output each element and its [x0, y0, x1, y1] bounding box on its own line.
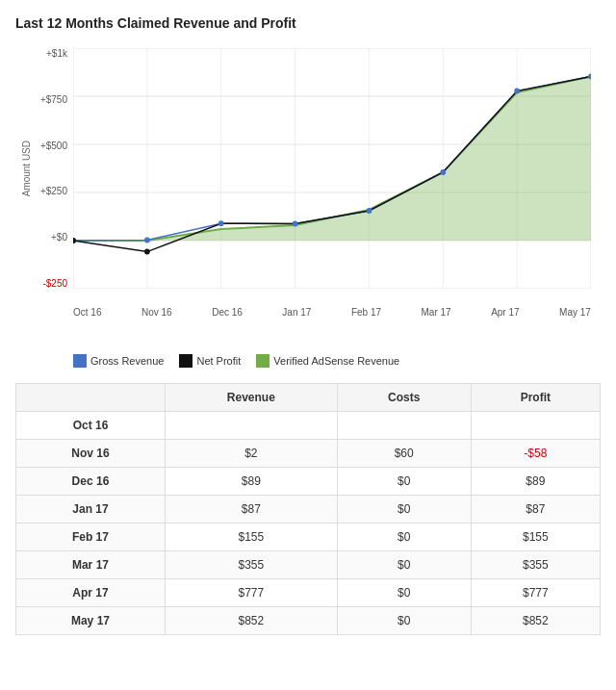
cell-profit: -$58	[471, 440, 600, 468]
table-row: Jan 17$87$0$87	[16, 496, 601, 524]
legend-net-profit: Net Profit	[179, 354, 241, 368]
y-label-1k: +$1k	[46, 48, 67, 59]
cell-month: Dec 16	[16, 468, 166, 496]
x-label-jan17: Jan 17	[282, 307, 311, 318]
cell-month: Apr 17	[16, 579, 166, 607]
cell-revenue: $2	[165, 440, 337, 468]
col-header-month	[16, 384, 166, 412]
cell-profit	[471, 412, 600, 440]
cell-revenue: $89	[165, 468, 337, 496]
svg-point-17	[218, 220, 224, 226]
legend-color-green	[256, 354, 270, 368]
y-label-250: +$250	[40, 186, 67, 196]
x-label-mar17: Mar 17	[422, 307, 451, 318]
col-header-costs: Costs	[337, 384, 471, 412]
y-label-neg250: -$250	[42, 278, 67, 289]
cell-costs: $0	[337, 551, 471, 579]
y-axis-labels: +$1k +$750 +$500 +$250 +$0 -$250	[19, 48, 67, 289]
cell-costs: $60	[337, 440, 471, 468]
table-row: Mar 17$355$0$355	[16, 551, 601, 579]
cell-month: May 17	[16, 607, 166, 635]
table-row: Oct 16	[16, 412, 601, 440]
y-label-500: +$500	[40, 141, 67, 151]
cell-month: Oct 16	[16, 412, 166, 440]
x-label-oct16: Oct 16	[73, 307, 101, 318]
cell-profit: $355	[471, 551, 600, 579]
chart-container: Amount USD +$1k +$750 +$500 +$250 +$0 -$…	[15, 38, 601, 346]
cell-profit: $155	[471, 524, 600, 551]
chart-legend: Gross Revenue Net Profit Verified AdSens…	[73, 354, 601, 368]
cell-costs: $0	[337, 468, 471, 496]
legend-color-black	[179, 354, 192, 368]
table-row: Nov 16$2$60-$58	[16, 440, 601, 468]
x-label-apr17: Apr 17	[491, 307, 519, 318]
svg-point-19	[367, 208, 372, 214]
cell-revenue: $777	[165, 579, 337, 607]
cell-costs: $0	[337, 607, 471, 635]
cell-profit: $87	[471, 496, 600, 524]
chart-svg	[73, 48, 591, 289]
table-row: Apr 17$777$0$777	[16, 579, 601, 607]
cell-revenue	[165, 412, 337, 440]
legend-label-verified: Verified AdSense Revenue	[273, 355, 399, 367]
cell-month: Jan 17	[16, 496, 166, 524]
cell-costs: $0	[337, 496, 471, 524]
x-axis-labels: Oct 16 Nov 16 Dec 16 Jan 17 Feb 17 Mar 1…	[73, 307, 591, 318]
cell-profit: $777	[471, 579, 600, 607]
cell-costs	[337, 412, 471, 440]
chart-title: Last 12 Months Claimed Revenue and Profi…	[15, 15, 601, 31]
svg-point-21	[514, 89, 520, 94]
col-header-profit: Profit	[471, 384, 600, 412]
y-label-0: +$0	[51, 232, 67, 243]
x-label-nov16: Nov 16	[141, 307, 172, 318]
col-header-revenue: Revenue	[165, 384, 337, 412]
cell-costs: $0	[337, 524, 471, 551]
table-row: May 17$852$0$852	[16, 607, 601, 635]
revenue-table: Revenue Costs Profit Oct 16Nov 16$2$60-$…	[15, 383, 601, 635]
svg-marker-14	[73, 77, 591, 241]
x-label-may17: May 17	[559, 307, 591, 318]
cell-month: Nov 16	[16, 440, 166, 468]
x-label-dec16: Dec 16	[212, 307, 243, 318]
legend-gross-revenue: Gross Revenue	[73, 354, 164, 368]
legend-color-blue	[73, 354, 87, 368]
svg-point-23	[73, 238, 76, 243]
svg-point-24	[144, 249, 150, 255]
cell-profit: $852	[471, 607, 600, 635]
cell-month: Feb 17	[16, 524, 166, 551]
x-label-feb17: Feb 17	[351, 307, 381, 318]
y-label-750: +$750	[40, 94, 67, 105]
cell-revenue: $155	[165, 524, 337, 551]
page-wrapper: Last 12 Months Claimed Revenue and Profi…	[15, 15, 601, 635]
table-row: Feb 17$155$0$155	[16, 524, 601, 551]
svg-point-20	[440, 169, 446, 175]
cell-revenue: $87	[165, 496, 337, 524]
cell-profit: $89	[471, 468, 600, 496]
svg-point-18	[293, 221, 298, 227]
legend-verified-adsense: Verified AdSense Revenue	[256, 354, 399, 368]
cell-costs: $0	[337, 579, 471, 607]
cell-month: Mar 17	[16, 551, 166, 579]
table-row: Dec 16$89$0$89	[16, 468, 601, 496]
cell-revenue: $852	[165, 607, 337, 635]
svg-point-16	[144, 238, 150, 243]
legend-label-gross: Gross Revenue	[90, 355, 164, 367]
legend-label-profit: Net Profit	[196, 355, 241, 367]
cell-revenue: $355	[165, 551, 337, 579]
